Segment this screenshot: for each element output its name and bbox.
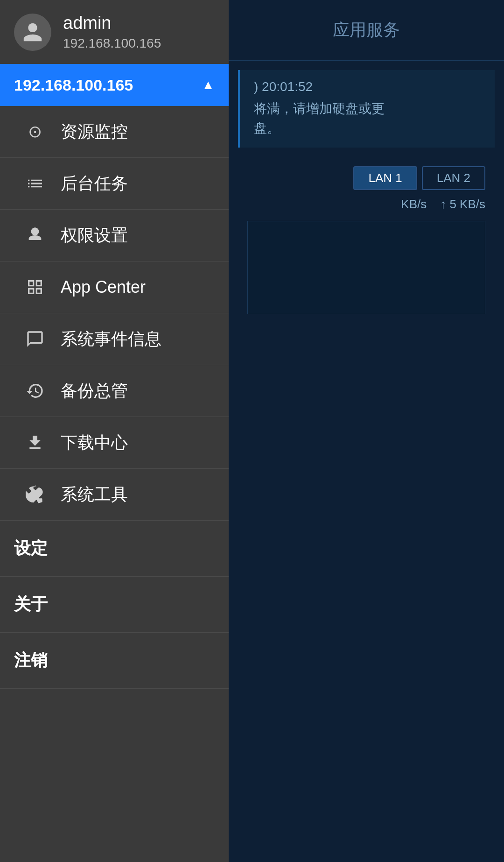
download-center-icon <box>23 431 47 454</box>
sidebar-item-about[interactable]: 关于 <box>0 577 229 633</box>
speed-up: ↑ 5 KB/s <box>440 197 485 211</box>
backup-manager-label: 备份总管 <box>61 380 128 403</box>
chevron-up-icon: ▲ <box>202 78 215 92</box>
sidebar-item-logout[interactable]: 注销 <box>0 633 229 689</box>
background-tasks-label: 后台任务 <box>61 172 128 195</box>
speed-down: KB/s <box>401 197 427 211</box>
app-center-label: App Center <box>61 277 146 297</box>
lan-tabs: LAN 1 LAN 2 <box>238 166 495 190</box>
notification-line1: 将满，请增加硬盘或更 <box>254 99 481 119</box>
download-center-label: 下载中心 <box>61 431 128 454</box>
user-info: admin 192.168.100.165 <box>63 13 161 51</box>
drawer-overlay: admin 192.168.100.165 192.168.100.165 ▲ … <box>0 0 229 862</box>
sidebar-item-app-center[interactable]: App Center <box>0 261 229 313</box>
settings-label: 设定 <box>14 537 48 560</box>
notification-time: ) 20:01:52 <box>254 79 481 94</box>
system-events-icon <box>23 327 47 351</box>
system-tools-label: 系统工具 <box>61 483 128 506</box>
app-center-icon <box>23 276 47 299</box>
sidebar-item-system-tools[interactable]: 系统工具 <box>0 469 229 521</box>
server-active-item[interactable]: 192.168.100.165 ▲ <box>0 64 229 106</box>
lan1-tab[interactable]: LAN 1 <box>353 166 417 190</box>
right-panel: 应用服务 ) 20:01:52 将满，请增加硬盘或更 盘。 LAN 1 LAN … <box>229 0 504 862</box>
backup-manager-icon <box>23 379 47 403</box>
sidebar-item-backup-manager[interactable]: 备份总管 <box>0 365 229 417</box>
sidebar-item-permissions[interactable]: 权限设置 <box>0 210 229 261</box>
sidebar-item-settings[interactable]: 设定 <box>0 521 229 577</box>
sidebar-item-system-events[interactable]: 系统事件信息 <box>0 313 229 365</box>
person-icon <box>21 21 44 43</box>
sidebar-item-resource-monitor[interactable]: ⊙ 资源监控 <box>0 106 229 158</box>
right-header: 应用服务 <box>229 0 504 61</box>
resource-monitor-label: 资源监控 <box>61 120 128 143</box>
notification-bar: ) 20:01:52 将满，请增加硬盘或更 盘。 <box>238 70 495 148</box>
server-active-label: 192.168.100.165 <box>14 76 133 94</box>
lan2-tab[interactable]: LAN 2 <box>422 166 485 190</box>
sidebar-item-download-center[interactable]: 下载中心 <box>0 417 229 469</box>
menu-list: ⊙ 资源监控 后台任务 权限设置 <box>0 106 229 862</box>
network-section: LAN 1 LAN 2 KB/s ↑ 5 KB/s <box>229 157 504 333</box>
system-events-label: 系统事件信息 <box>61 328 161 351</box>
permissions-icon <box>23 224 47 247</box>
right-panel-title: 应用服务 <box>333 19 400 42</box>
background-tasks-icon <box>23 172 47 195</box>
permissions-label: 权限设置 <box>61 224 128 247</box>
network-chart <box>247 221 485 314</box>
user-header: admin 192.168.100.165 <box>0 0 229 64</box>
resource-monitor-icon: ⊙ <box>23 120 47 143</box>
user-ip: 192.168.100.165 <box>63 36 161 51</box>
about-label: 关于 <box>14 593 48 616</box>
system-tools-icon <box>23 483 47 506</box>
notification-line2: 盘。 <box>254 119 481 138</box>
network-speed: KB/s ↑ 5 KB/s <box>238 197 495 212</box>
sidebar-item-background-tasks[interactable]: 后台任务 <box>0 158 229 210</box>
user-name: admin <box>63 13 161 33</box>
logout-label: 注销 <box>14 649 48 672</box>
avatar <box>14 14 51 51</box>
